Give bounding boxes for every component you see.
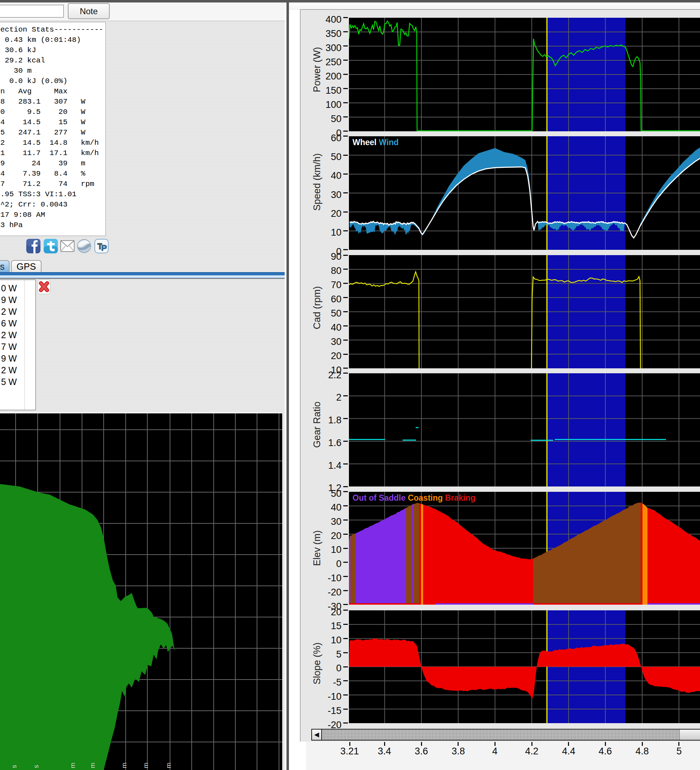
svg-text:s: s xyxy=(32,761,40,768)
svg-text:m: m xyxy=(69,759,76,768)
svg-text:m: m xyxy=(142,759,149,768)
svg-text:Out of Saddle Coasting Braking: Out of Saddle Coasting Braking xyxy=(353,493,475,503)
svg-text:m: m xyxy=(89,759,96,768)
svg-text:m: m xyxy=(165,759,172,768)
svg-text:s: s xyxy=(10,761,18,768)
svg-text:Wheel Wind: Wheel Wind xyxy=(353,138,399,147)
svg-text:m: m xyxy=(120,759,128,768)
